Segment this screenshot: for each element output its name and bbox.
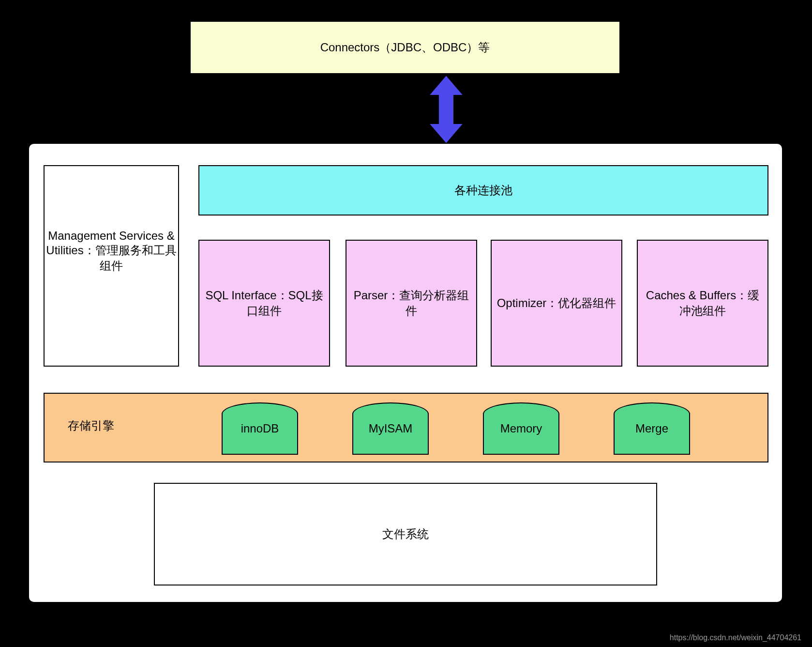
watermark: https://blog.csdn.net/weixin_44704261 bbox=[670, 633, 801, 642]
sql-interface-box: SQL Interface：SQL接口组件 bbox=[198, 240, 330, 367]
engine-memory: Memory bbox=[483, 402, 559, 455]
storage-engines-label: 存储引擎 bbox=[68, 418, 114, 433]
svg-marker-0 bbox=[429, 75, 464, 144]
sql-interface-label: SQL Interface：SQL接口组件 bbox=[204, 288, 324, 319]
engine-innodb: innoDB bbox=[222, 402, 298, 455]
server-container: Management Services & Utilities：管理服务和工具组… bbox=[28, 143, 783, 603]
engine-merge-label: Merge bbox=[635, 422, 668, 435]
optimizer-box: Optimizer：优化器组件 bbox=[491, 240, 622, 367]
engine-memory-label: Memory bbox=[500, 422, 542, 435]
management-label: Management Services & Utilities：管理服务和工具组… bbox=[45, 229, 178, 274]
storage-engines-box: 存储引擎 innoDB MyISAM Memory Merge bbox=[44, 393, 768, 462]
management-box: Management Services & Utilities：管理服务和工具组… bbox=[44, 165, 179, 367]
bidirectional-arrow-icon bbox=[427, 74, 466, 145]
engine-myisam-label: MyISAM bbox=[369, 422, 413, 435]
caches-box: Caches & Buffers：缓冲池组件 bbox=[637, 240, 768, 367]
caches-label: Caches & Buffers：缓冲池组件 bbox=[643, 288, 763, 319]
connection-pool-box: 各种连接池 bbox=[198, 165, 768, 216]
filesystem-box: 文件系统 bbox=[154, 483, 657, 585]
connection-pool-label: 各种连接池 bbox=[454, 183, 512, 198]
engine-myisam: MyISAM bbox=[352, 402, 429, 455]
optimizer-label: Optimizer：优化器组件 bbox=[497, 295, 617, 311]
connectors-box: Connectors（JDBC、ODBC）等 bbox=[190, 21, 620, 74]
engine-innodb-label: innoDB bbox=[241, 422, 279, 435]
parser-label: Parser：查询分析器组件 bbox=[351, 288, 471, 319]
engine-merge: Merge bbox=[614, 402, 690, 455]
filesystem-label: 文件系统 bbox=[382, 526, 429, 542]
connectors-label: Connectors（JDBC、ODBC）等 bbox=[320, 40, 490, 55]
parser-box: Parser：查询分析器组件 bbox=[346, 240, 477, 367]
